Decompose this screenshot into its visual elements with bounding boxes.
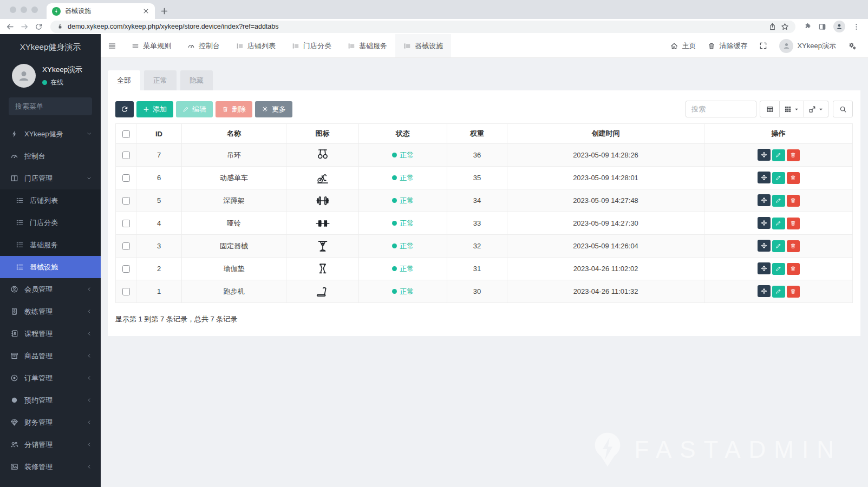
row-checkbox[interactable] [122,242,130,250]
search-toggle-button[interactable] [833,101,853,117]
sidebar-item-label: 装修管理 [24,462,53,472]
status-label: 正常 [400,241,414,251]
home-button[interactable]: 主页 [664,34,702,57]
forward-icon[interactable] [20,22,29,31]
back-icon[interactable] [5,22,15,31]
more-button[interactable]: 更多 [255,101,292,117]
row-drag-button[interactable] [758,240,771,252]
row-delete-button[interactable] [787,195,800,207]
sidebar-item-member[interactable]: 会员管理 [0,278,101,300]
row-edit-button[interactable] [772,240,785,252]
dot-circle-icon [10,374,18,382]
row-drag-button[interactable] [758,172,771,183]
sidebar-item-distribution[interactable]: 分销管理 [0,433,101,456]
row-checkbox[interactable] [122,220,130,227]
user-avatar [12,64,36,88]
sidebar-item-xykeep-fitness[interactable]: XYkeep健身 [0,123,101,145]
row-edit-button[interactable] [772,218,785,229]
export-button[interactable] [804,101,828,117]
side-panel-icon[interactable] [818,23,826,31]
columns-button[interactable] [780,101,804,117]
table-search-input[interactable] [686,101,756,117]
row-edit-button[interactable] [772,195,785,207]
sidebar-item-basic-service[interactable]: 基础服务 [0,234,101,256]
row-checkbox[interactable] [122,152,130,159]
row-delete-button[interactable] [787,172,800,184]
filter-tab-0[interactable]: 全部 [108,70,140,90]
sidebar-item-store-list[interactable]: 店铺列表 [0,189,101,212]
window-close-button[interactable] [10,6,16,13]
topnav-tab-equipment[interactable]: 器械设施 [395,34,451,57]
row-edit-button[interactable] [772,172,785,184]
row-drag-button[interactable] [758,194,771,206]
add-button[interactable]: 添加 [136,101,173,117]
sidebar-item-dashboard[interactable]: 控制台 [0,145,101,167]
fullscreen-button[interactable] [753,34,773,57]
sidebar-item-goods[interactable]: 商品管理 [0,345,101,367]
profile-menu[interactable]: XYkeep演示 [773,34,842,57]
row-name: 深蹲架 [182,189,286,212]
filter-tab-1[interactable]: 正常 [144,70,177,90]
topbar: 菜单规则控制台店铺列表门店分类基础服务器械设施 主页 清除缓存 XYkeep演示 [101,34,868,58]
reload-icon[interactable] [35,23,43,31]
row-checkbox[interactable] [122,174,130,182]
topnav-tab-menu-rules[interactable]: 菜单规则 [123,34,179,57]
row-checkbox[interactable] [122,288,130,295]
row-delete-button[interactable] [787,263,800,275]
delete-button[interactable]: 删除 [216,101,252,117]
row-delete-button[interactable] [787,286,800,298]
trash-icon [790,175,796,181]
select-all-checkbox[interactable] [122,130,130,138]
window-controls[interactable] [0,6,47,19]
browser-profile-avatar[interactable] [833,21,845,32]
refresh-button[interactable] [115,101,134,117]
row-checkbox[interactable] [122,197,130,205]
sidebar-item-finance[interactable]: 财务管理 [0,411,101,433]
extensions-puzzle-icon[interactable] [803,23,811,31]
sidebar-item-store-management[interactable]: 门店管理 [0,167,101,189]
sidebar-toggle-icon[interactable] [101,42,123,50]
topnav-tab-label: 控制台 [199,41,220,51]
row-delete-button[interactable] [787,149,800,161]
filter-tab-2[interactable]: 隐藏 [180,70,213,90]
sidebar-item-store-category[interactable]: 门店分类 [0,212,101,234]
sidebar-item-coach[interactable]: 教练管理 [0,300,101,323]
row-checkbox[interactable] [122,265,130,273]
address-bar[interactable]: demo.xykeep.com/xykeep.php/xykeep/store.… [50,21,795,33]
tab-close-icon[interactable] [142,8,149,15]
row-delete-button[interactable] [787,218,800,229]
row-edit-button[interactable] [772,263,785,275]
menu-search-input[interactable] [15,102,101,110]
sidebar-item-decoration[interactable]: 装修管理 [0,456,101,478]
clear-cache-button[interactable]: 清除缓存 [702,34,753,57]
edit-label: 编辑 [192,104,206,114]
row-drag-button[interactable] [758,149,771,161]
users-icon [10,440,18,449]
row-edit-button[interactable] [772,149,785,161]
topbar-username: XYkeep演示 [797,41,836,51]
sidebar-item-order[interactable]: 订单管理 [0,367,101,389]
share-icon[interactable] [768,23,776,31]
topnav-tab-store-list[interactable]: 店铺列表 [228,34,284,57]
edit-button[interactable]: 编辑 [176,101,213,117]
sidebar-item-course[interactable]: 课程管理 [0,323,101,345]
paging-switch-button[interactable] [760,101,780,117]
settings-button[interactable] [842,34,863,57]
row-drag-button[interactable] [758,285,771,297]
bookmark-star-icon[interactable] [781,23,789,31]
window-minimize-button[interactable] [21,6,27,13]
window-zoom-button[interactable] [31,6,38,13]
topnav-tab-store-category[interactable]: 门店分类 [284,34,340,57]
row-edit-button[interactable] [772,286,785,298]
topnav-tab-basic-service[interactable]: 基础服务 [340,34,395,57]
row-weight: 34 [447,189,507,212]
browser-menu-icon[interactable] [852,23,860,31]
new-tab-button[interactable] [160,7,168,15]
browser-tab[interactable]: 器械设施 [47,3,155,19]
row-delete-button[interactable] [787,240,800,252]
sidebar-item-equipment[interactable]: 器械设施 [0,256,101,278]
topnav-tab-dashboard[interactable]: 控制台 [179,34,228,57]
sidebar-item-booking[interactable]: 预约管理 [0,389,101,411]
row-drag-button[interactable] [758,217,771,229]
row-drag-button[interactable] [758,262,771,274]
